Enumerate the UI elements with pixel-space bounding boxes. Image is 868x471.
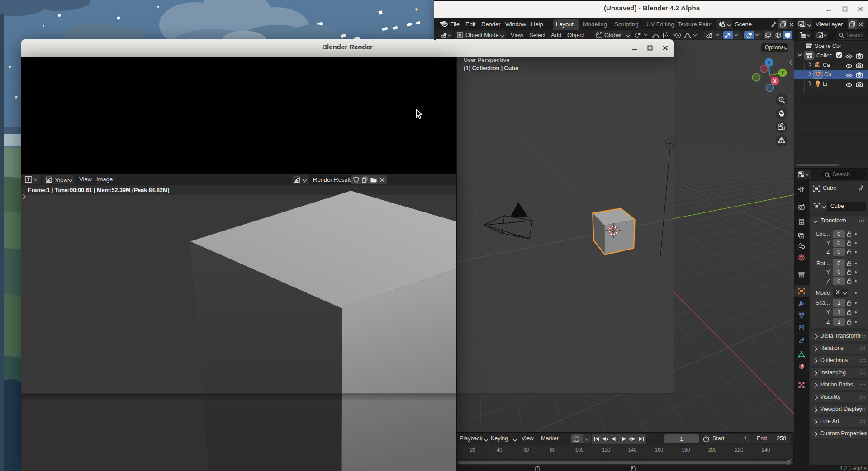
svg-text:Cu: Cu <box>824 71 831 78</box>
svg-text:240: 240 <box>762 447 770 452</box>
svg-text:Scene Col: Scene Col <box>815 43 841 49</box>
svg-text:Z: Z <box>768 60 770 65</box>
svg-text:80: 80 <box>550 447 555 452</box>
svg-text:Ca: Ca <box>823 62 830 68</box>
svg-text:Collec: Collec <box>816 52 832 59</box>
svg-text:100: 100 <box>575 447 583 452</box>
svg-text:180: 180 <box>682 447 690 452</box>
svg-text:20: 20 <box>470 447 475 452</box>
svg-text:200: 200 <box>708 447 716 452</box>
svg-text:140: 140 <box>628 447 636 452</box>
svg-text:120: 120 <box>602 447 610 452</box>
svg-text:X: X <box>773 79 777 84</box>
svg-text:220: 220 <box>735 447 743 452</box>
svg-text:Li: Li <box>823 81 827 87</box>
svg-text:60: 60 <box>523 447 529 452</box>
svg-text:160: 160 <box>655 447 663 452</box>
svg-text:40: 40 <box>497 447 502 452</box>
svg-text:Y: Y <box>781 71 784 75</box>
